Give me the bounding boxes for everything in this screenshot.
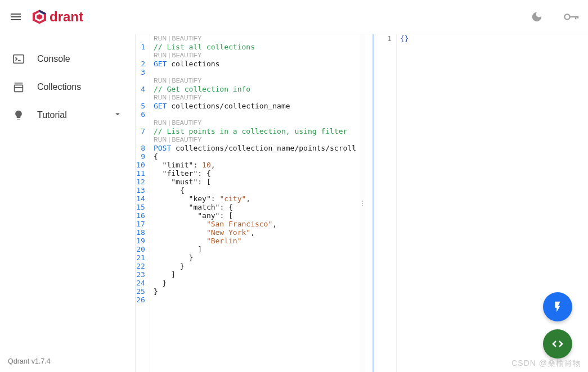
code-lens[interactable]: RUN | BEAUTIFY <box>154 51 356 60</box>
code-line[interactable]: "key": "city", <box>154 194 356 203</box>
code-line[interactable]: POST collections/collection_name/points/… <box>154 144 356 152</box>
svg-rect-5 <box>570 16 578 17</box>
request-editor[interactable]: 1234567891011121314151617181920212223242… <box>136 34 360 372</box>
key-icon[interactable] <box>563 11 579 23</box>
code-line[interactable]: "any": [ <box>154 211 356 220</box>
sidebar-item-label: Collections <box>37 82 81 92</box>
chevron-down-icon <box>113 109 123 121</box>
collections-icon <box>12 81 25 93</box>
sidebar-item-console[interactable]: Console <box>0 45 135 73</box>
code-line[interactable] <box>154 296 356 304</box>
code-lens[interactable]: RUN | BEAUTIFY <box>154 119 356 127</box>
code-lens[interactable]: RUN | BEAUTIFY <box>154 34 356 43</box>
version-label: Qdrant v1.7.4 <box>0 351 135 372</box>
app-header: drant <box>0 0 588 34</box>
svg-rect-9 <box>15 83 23 84</box>
app-logo: drant <box>32 9 83 25</box>
code-line[interactable]: } <box>154 253 356 262</box>
result-gutter: 1 <box>365 34 397 372</box>
sidebar-item-label: Tutorial <box>37 110 67 120</box>
editor-code[interactable]: RUN | BEAUTIFY// List all collectionsRUN… <box>150 34 360 372</box>
dark-mode-icon[interactable] <box>531 11 543 23</box>
code-line[interactable]: "limit": 10, <box>154 161 356 169</box>
code-line[interactable]: ] <box>154 245 356 253</box>
sidebar-item-collections[interactable]: Collections <box>0 73 135 101</box>
code-line[interactable]: } <box>154 262 356 270</box>
svg-rect-6 <box>575 16 576 19</box>
code-lens[interactable]: RUN | BEAUTIFY <box>154 76 356 85</box>
svg-rect-8 <box>14 55 24 63</box>
svg-rect-10 <box>15 85 23 92</box>
code-line[interactable]: "must": [ <box>154 178 356 186</box>
logo-icon <box>32 9 47 25</box>
code-line[interactable]: { <box>154 186 356 194</box>
code-line[interactable]: // List all collections <box>154 43 356 51</box>
code-line[interactable]: } <box>154 279 356 287</box>
work-area: 1234567891011121314151617181920212223242… <box>136 34 588 372</box>
sidebar: Console Collections Tutorial Qdrant v1.7… <box>0 34 135 372</box>
code-line[interactable]: "San Francisco", <box>154 220 356 228</box>
code-lens[interactable]: RUN | BEAUTIFY <box>154 93 356 102</box>
code-line[interactable]: "match": { <box>154 203 356 211</box>
code-line[interactable]: ] <box>154 270 356 279</box>
console-icon <box>12 53 25 65</box>
svg-rect-7 <box>577 16 578 19</box>
lightbulb-icon <box>12 109 25 121</box>
code-line[interactable] <box>154 110 356 119</box>
editor-gutter: 1234567891011121314151617181920212223242… <box>136 34 150 372</box>
sidebar-item-tutorial[interactable]: Tutorial <box>0 101 135 129</box>
code-line[interactable]: } <box>154 287 356 296</box>
code-line[interactable]: GET collections/collection_name <box>154 102 356 110</box>
code-line[interactable]: // Get collection info <box>154 85 356 93</box>
code-line[interactable] <box>154 68 356 76</box>
code-line[interactable]: "filter": { <box>154 169 356 178</box>
logo-text: drant <box>50 9 83 25</box>
code-lens[interactable]: RUN | BEAUTIFY <box>154 135 356 144</box>
run-button[interactable] <box>543 292 572 321</box>
code-line[interactable]: "New York", <box>154 228 356 237</box>
pane-resizer[interactable] <box>360 34 365 372</box>
code-line[interactable]: // List points in a collection, using fi… <box>154 127 356 135</box>
sidebar-item-label: Console <box>37 54 70 64</box>
code-line[interactable]: GET collections <box>154 60 356 68</box>
result-line: {} <box>400 34 585 43</box>
menu-icon[interactable] <box>9 10 23 24</box>
code-line[interactable]: "Berlin" <box>154 237 356 245</box>
code-line[interactable]: { <box>154 152 356 161</box>
code-button[interactable] <box>543 329 572 359</box>
svg-point-4 <box>564 14 569 19</box>
